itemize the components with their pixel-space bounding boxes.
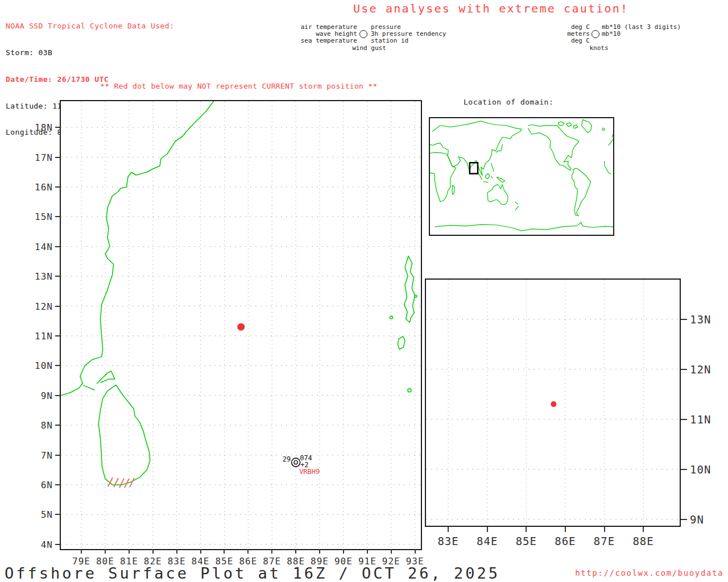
lat-tick-label: 4N xyxy=(29,539,53,550)
sulawesi-coastline xyxy=(491,177,493,178)
lon-tick xyxy=(604,527,605,532)
lon-tick xyxy=(487,527,488,532)
lat-tick xyxy=(55,157,60,158)
java-coastline xyxy=(483,182,488,182)
domain-box xyxy=(470,163,478,173)
zoom-map-panel xyxy=(425,278,681,527)
eurasia-coastline xyxy=(430,121,522,175)
lat-tick xyxy=(681,319,687,320)
units-pressure-tendency: mb*10 xyxy=(602,31,621,38)
little-andaman-coastline xyxy=(398,336,405,350)
arctic-islands-coastline xyxy=(558,122,577,128)
lat-tick-label: 10N xyxy=(690,463,721,476)
caution-banner: Use analyses with extreme caution! xyxy=(353,2,628,15)
lat-tick xyxy=(681,419,687,420)
lat-tick xyxy=(55,186,60,188)
lat-tick-label: 6N xyxy=(29,480,53,490)
lat-tick-label: 9N xyxy=(29,390,53,401)
station-id-label: VRBH9 xyxy=(299,468,320,476)
lat-tick-label: 8N xyxy=(29,420,53,431)
world-map-canvas xyxy=(430,118,613,235)
noaa-source-line: NOAA SSD Tropical Cyclone Data Used: xyxy=(6,22,174,31)
main-map-panel: 29 074 +2 VRBH9 xyxy=(60,100,422,550)
inset-title: Location of domain: xyxy=(464,98,553,106)
world-coastlines-group xyxy=(430,120,613,231)
lon-tick xyxy=(343,549,344,554)
lon-tick-label: 87E xyxy=(588,535,622,547)
lat-tick-label: 11N xyxy=(690,413,721,426)
station-circle-icon xyxy=(359,30,367,38)
lon-tick-label: 84E xyxy=(470,535,504,547)
lat-tick xyxy=(55,127,60,128)
lon-tick-label: 83E xyxy=(431,535,465,547)
adams-bridge-coastline xyxy=(84,385,94,390)
legend-station-id: station id xyxy=(371,38,408,44)
lon-tick xyxy=(565,527,566,532)
lon-tick xyxy=(643,527,644,532)
lon-tick xyxy=(367,549,368,554)
weather-plot-page: { "header": { "noaa_line": "NOAA SSD Tro… xyxy=(0,0,728,582)
storm-position-note: ** Red dot below may NOT represent CURRE… xyxy=(100,82,378,90)
lat-tick xyxy=(681,369,687,370)
lat-tick-label: 7N xyxy=(29,450,53,461)
lat-tick-label: 13N xyxy=(690,313,721,326)
storm-id-line: Storm: 03B xyxy=(6,48,174,57)
new-zealand-coastline xyxy=(515,202,518,210)
world-inset-panel xyxy=(429,117,614,236)
lon-tick-label: 85E xyxy=(509,535,543,547)
lat-tick-label: 14N xyxy=(29,242,53,252)
station-plot-vrbh9: 29 074 +2 VRBH9 xyxy=(283,454,320,476)
lat-tick-label: 13N xyxy=(29,271,53,282)
lon-tick xyxy=(271,549,272,554)
station-circle-icon xyxy=(592,30,599,38)
lat-tick-label: 12N xyxy=(690,363,721,376)
lon-tick xyxy=(448,527,449,532)
lat-tick-label: 5N xyxy=(29,509,53,520)
antarctica-coastline xyxy=(435,222,613,231)
europe-west-coastline xyxy=(609,134,613,145)
west-africa-coastline xyxy=(605,161,611,174)
lat-tick-label: 16N xyxy=(29,182,53,193)
lon-tick xyxy=(319,549,320,554)
andaman-islands-coastline xyxy=(404,256,415,323)
storm-position-dot xyxy=(551,401,556,407)
india-east-coastline xyxy=(61,101,214,396)
lon-tick xyxy=(295,549,296,554)
iceland-island xyxy=(602,128,605,130)
lon-tick xyxy=(129,549,130,554)
lon-tick xyxy=(391,549,392,554)
car-nicobar-island xyxy=(408,389,411,392)
small-island xyxy=(415,295,417,297)
zoom-map-canvas xyxy=(426,280,680,526)
lat-tick-label: 12N xyxy=(29,301,53,312)
lat-tick xyxy=(55,246,60,247)
legend-wind-gust: wind gust xyxy=(342,45,396,52)
legend-sea-temperature: sea temperature xyxy=(284,38,357,44)
lat-tick-label: 10N xyxy=(29,360,53,371)
philippines-coastline xyxy=(491,163,494,171)
new-guinea-coastline xyxy=(497,177,504,182)
jaffna-peninsula-coastline xyxy=(97,371,114,384)
lat-tick xyxy=(55,425,60,426)
north-america-west-coastline xyxy=(528,128,571,171)
north-america-coastline xyxy=(528,124,579,170)
lat-tick-label: 15N xyxy=(29,211,53,222)
lon-tick xyxy=(415,549,416,554)
lon-tick xyxy=(152,549,154,554)
lon-tick xyxy=(176,549,177,554)
lon-tick xyxy=(81,549,82,554)
lat-tick xyxy=(55,306,60,307)
lat-tick-label: 17N xyxy=(29,152,53,163)
lon-tick-label: 86E xyxy=(548,535,582,547)
lat-tick-label: 18N xyxy=(29,122,53,133)
lat-tick xyxy=(55,276,60,277)
lon-tick xyxy=(200,549,201,554)
lat-tick xyxy=(55,335,60,336)
borneo-coastline xyxy=(485,173,489,178)
lat-tick xyxy=(55,216,60,217)
source-url: http://coolwx.com/buoydata xyxy=(570,568,723,577)
units-sea-temperature: deg C xyxy=(544,38,590,44)
lat-tick xyxy=(55,395,60,396)
australia-coastline xyxy=(487,185,508,205)
madagascar-coastline xyxy=(452,185,454,195)
